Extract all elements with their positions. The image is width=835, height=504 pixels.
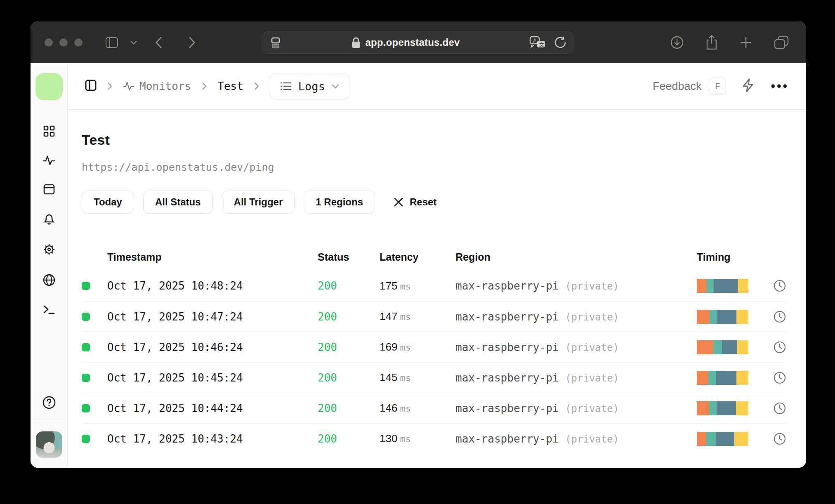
traffic-lights[interactable] — [45, 38, 83, 47]
row-timestamp: Oct 17, 2025 10:48:24 — [107, 280, 318, 292]
dashboard-grid-icon[interactable] — [43, 125, 55, 139]
row-status-code: 200 — [318, 402, 380, 415]
app-sidebar-toggle-icon[interactable] — [85, 80, 97, 93]
reload-icon[interactable] — [554, 36, 566, 49]
workspace-logo[interactable] — [35, 73, 63, 100]
status-dot — [82, 374, 90, 382]
sidebar-chevron-icon[interactable] — [130, 40, 137, 45]
app-header: Monitors Test Logs — [68, 63, 806, 110]
row-status-code: 200 — [318, 433, 380, 445]
downloads-icon[interactable] — [670, 35, 684, 49]
status-dot — [82, 313, 90, 321]
row-timestamp: Oct 17, 2025 10:46:24 — [107, 341, 318, 353]
table-row[interactable]: Oct 17, 2025 10:43:24 200 130ms max-rasp… — [82, 423, 786, 454]
main-panel: Test https://api.openstatus.dev/ping Tod… — [68, 110, 806, 468]
logs-table: Timestamp Status Latency Region Timing O… — [82, 243, 786, 454]
row-latency-value: 175 — [380, 280, 397, 292]
filter-regions-button[interactable]: 1 Regions — [304, 191, 375, 214]
screenshot-root: app.openstatus.dev A文 — [0, 0, 835, 504]
breadcrumb-monitors[interactable]: Monitors — [123, 80, 191, 92]
row-timestamp: Oct 17, 2025 10:45:24 — [107, 372, 318, 384]
row-latency-unit: ms — [400, 434, 411, 444]
globe-icon[interactable] — [43, 274, 55, 288]
row-timestamp: Oct 17, 2025 10:43:24 — [107, 433, 318, 445]
table-row[interactable]: Oct 17, 2025 10:47:24 200 147ms max-rasp… — [82, 301, 786, 332]
settings-gear-icon[interactable] — [43, 243, 55, 257]
zoom-window-button[interactable] — [74, 38, 83, 47]
more-options-icon[interactable]: ••• — [771, 79, 789, 93]
timing-bar — [697, 401, 748, 415]
row-region: max-raspberry-pi (private) — [455, 280, 697, 292]
clock-icon[interactable] — [773, 310, 786, 323]
browser-toolbar: app.openstatus.dev A文 — [31, 21, 806, 63]
back-button[interactable] — [155, 36, 163, 49]
breadcrumb-test[interactable]: Test — [217, 80, 243, 92]
table-row[interactable]: Oct 17, 2025 10:46:24 200 169ms max-rasp… — [82, 332, 786, 362]
reset-filters-button[interactable]: Reset — [394, 196, 436, 208]
row-region: max-raspberry-pi (private) — [455, 372, 697, 384]
help-icon[interactable] — [42, 396, 56, 411]
row-status-code: 200 — [318, 280, 380, 292]
clock-icon[interactable] — [773, 279, 786, 292]
sidebar-divider — [31, 422, 67, 422]
clock-icon[interactable] — [773, 402, 786, 415]
timing-bar — [697, 310, 748, 324]
row-latency-unit: ms — [400, 312, 411, 322]
filter-trigger-button[interactable]: All Trigger — [222, 191, 295, 214]
row-status-code: 200 — [318, 311, 380, 323]
clock-icon[interactable] — [773, 341, 786, 354]
status-page-icon[interactable] — [43, 184, 55, 196]
row-latency-value: 169 — [380, 341, 397, 353]
filter-bar: Today All Status All Trigger 1 Regions R… — [82, 191, 786, 214]
zap-icon[interactable] — [742, 78, 755, 94]
clock-icon[interactable] — [773, 371, 786, 384]
table-row[interactable]: Oct 17, 2025 10:45:24 200 145ms max-rasp… — [82, 362, 786, 393]
table-header-row: Timestamp Status Latency Region Timing — [82, 243, 786, 271]
close-window-button[interactable] — [45, 38, 53, 47]
breadcrumb-chevron-icon — [254, 82, 259, 90]
page-title: Test — [82, 132, 786, 148]
browser-window: app.openstatus.dev A文 — [31, 21, 806, 468]
row-region: max-raspberry-pi (private) — [455, 433, 697, 445]
page-settings-icon[interactable] — [269, 36, 282, 49]
lock-icon — [351, 37, 361, 48]
feedback-button[interactable]: Feedback F — [653, 78, 726, 95]
table-row[interactable]: Oct 17, 2025 10:44:24 200 146ms max-rasp… — [82, 393, 786, 423]
row-latency-value: 145 — [380, 371, 397, 384]
list-icon — [280, 81, 292, 91]
table-row[interactable]: Oct 17, 2025 10:48:24 200 175ms max-rasp… — [82, 271, 786, 301]
row-timestamp: Oct 17, 2025 10:47:24 — [107, 311, 318, 323]
status-dot — [82, 282, 90, 290]
row-timestamp: Oct 17, 2025 10:44:24 — [107, 402, 318, 415]
endpoint-url: https://api.openstatus.dev/ping — [82, 161, 786, 173]
address-bar[interactable]: app.openstatus.dev A文 — [262, 31, 574, 54]
share-icon[interactable] — [705, 35, 718, 50]
feedback-kbd-badge: F — [709, 78, 726, 95]
row-latency-unit: ms — [400, 342, 411, 353]
logs-dropdown-button[interactable]: Logs — [270, 73, 349, 99]
clock-icon[interactable] — [773, 432, 786, 445]
activity-icon — [123, 81, 134, 91]
status-dot — [82, 435, 90, 443]
tab-overview-icon[interactable] — [774, 35, 789, 49]
row-region: max-raspberry-pi (private) — [455, 311, 697, 323]
row-latency-unit: ms — [400, 373, 411, 383]
address-url[interactable]: app.openstatus.dev — [366, 37, 460, 48]
notifications-bell-icon[interactable] — [43, 213, 55, 227]
timing-bar — [697, 371, 748, 385]
row-latency-value: 147 — [380, 310, 397, 323]
timing-bar — [697, 279, 748, 293]
filter-status-button[interactable]: All Status — [143, 191, 213, 214]
user-avatar[interactable] — [36, 431, 62, 458]
minimize-window-button[interactable] — [59, 38, 68, 47]
sidebar-toggle-icon[interactable] — [106, 37, 118, 48]
filter-date-button[interactable]: Today — [82, 191, 134, 214]
app-sidebar — [31, 63, 68, 468]
new-tab-icon[interactable] — [739, 36, 752, 49]
col-region: Region — [455, 251, 697, 263]
forward-button[interactable] — [188, 36, 196, 49]
translate-icon[interactable]: A文 — [529, 36, 546, 49]
terminal-icon[interactable] — [43, 304, 55, 317]
close-icon — [394, 198, 403, 207]
monitors-activity-icon[interactable] — [43, 155, 55, 167]
